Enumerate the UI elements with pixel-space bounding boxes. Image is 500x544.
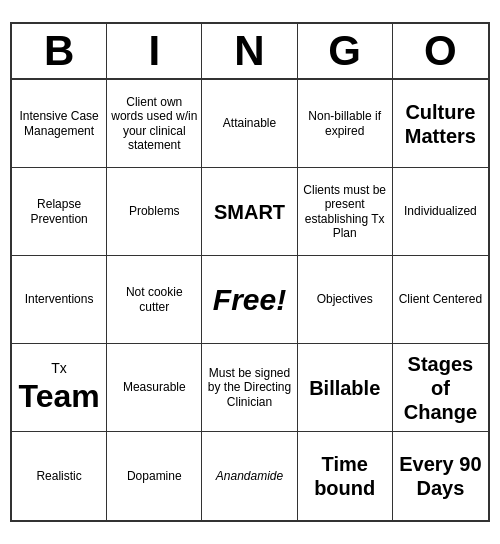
bingo-letter: O (393, 24, 488, 78)
bingo-cell: TxTeam (12, 344, 107, 432)
bingo-cell: Client own words used w/in your clinical… (107, 80, 202, 168)
bingo-cell: Not cookie cutter (107, 256, 202, 344)
bingo-cell: Culture Matters (393, 80, 488, 168)
bingo-card: BINGO Intensive Case ManagementClient ow… (10, 22, 490, 522)
bingo-cell: Interventions (12, 256, 107, 344)
bingo-cell: Problems (107, 168, 202, 256)
bingo-cell: Measurable (107, 344, 202, 432)
bingo-cell: SMART (202, 168, 297, 256)
bingo-cell: Client Centered (393, 256, 488, 344)
bingo-cell: Relapse Prevention (12, 168, 107, 256)
bingo-cell: Billable (298, 344, 393, 432)
bingo-cell: Attainable (202, 80, 297, 168)
bingo-cell: Free! (202, 256, 297, 344)
bingo-letter: I (107, 24, 202, 78)
bingo-cell: Clients must be present establishing Tx … (298, 168, 393, 256)
bingo-letter: N (202, 24, 297, 78)
bingo-cell: Realistic (12, 432, 107, 520)
bingo-header: BINGO (12, 24, 488, 80)
bingo-cell: Intensive Case Management (12, 80, 107, 168)
bingo-cell: Must be signed by the Directing Clinicia… (202, 344, 297, 432)
bingo-grid: Intensive Case ManagementClient own word… (12, 80, 488, 520)
bingo-letter: B (12, 24, 107, 78)
bingo-cell: Objectives (298, 256, 393, 344)
bingo-cell: Every 90 Days (393, 432, 488, 520)
bingo-cell: Stages of Change (393, 344, 488, 432)
bingo-cell: Anandamide (202, 432, 297, 520)
bingo-cell: Individualized (393, 168, 488, 256)
bingo-cell: Dopamine (107, 432, 202, 520)
bingo-cell: Time bound (298, 432, 393, 520)
bingo-cell: Non-billable if expired (298, 80, 393, 168)
bingo-letter: G (298, 24, 393, 78)
